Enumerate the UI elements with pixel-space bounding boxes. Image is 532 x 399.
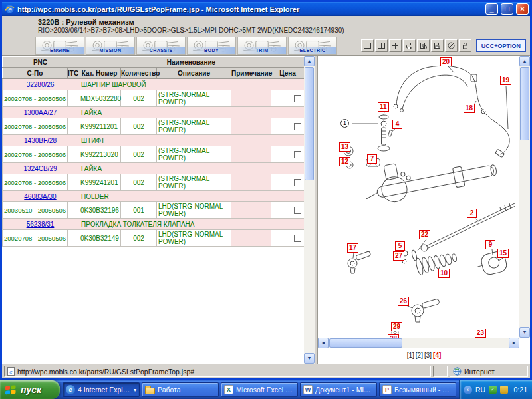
- tile-horizontal-button[interactable]: [361, 39, 374, 52]
- diagram-part-label-10[interactable]: 10: [438, 269, 450, 278]
- diagram-part-label-20[interactable]: 20: [440, 57, 452, 66]
- quantity-cell: 002: [121, 230, 157, 247]
- diagram-part-label-29[interactable]: 29: [391, 322, 402, 331]
- tab-chassis[interactable]: CHASSIS: [136, 37, 186, 55]
- tile-vertical-icon: [377, 41, 386, 50]
- scrollbar-thumb[interactable]: [329, 338, 402, 348]
- scroll-down-icon[interactable]: ▼: [519, 327, 530, 338]
- page-link-3[interactable]: [3]: [424, 352, 432, 359]
- diagram-part-label-23[interactable]: 23: [475, 329, 486, 338]
- block-button[interactable]: [445, 39, 458, 52]
- tray-status-icon[interactable]: ✓: [489, 386, 497, 394]
- start-button[interactable]: пуск: [0, 380, 60, 399]
- part-group-row: 46083A/30HOLDER: [3, 191, 305, 202]
- part-name: ШАРНИР ШАРОВОЙ: [78, 79, 305, 90]
- pnc-link[interactable]: 56238/31: [27, 221, 55, 228]
- print-button[interactable]: [403, 39, 416, 52]
- status-zone-cell: Интернет: [450, 366, 528, 377]
- diagram-part-label-12[interactable]: 12: [339, 157, 350, 166]
- language-indicator[interactable]: RU: [475, 386, 485, 394]
- col-header-desc: Описание: [157, 68, 231, 79]
- diagram-part-label-27[interactable]: 27: [393, 251, 404, 261]
- taskbar-button-5[interactable]: PБезымянный - Paint: [379, 382, 456, 397]
- paint-icon: P: [382, 385, 392, 394]
- diagram-part-label-2[interactable]: 2: [467, 209, 477, 218]
- diagram-part-label-5[interactable]: 5: [395, 241, 405, 251]
- diagram-part-label-13[interactable]: 13: [339, 142, 350, 152]
- scroll-up-icon[interactable]: ▲: [304, 56, 315, 66]
- tab-engine[interactable]: ENGINE: [35, 37, 84, 55]
- tile-vertical-button[interactable]: [375, 39, 388, 52]
- taskbar-button-label: Безымянный - Paint: [394, 386, 453, 394]
- main-area: PNC Наименование С-По ITC Кат. Номер Кол…: [2, 56, 530, 364]
- diagram-part-label-9[interactable]: 9: [485, 240, 495, 249]
- taskbar-button-label: 4 Internet Explorer: [78, 386, 131, 394]
- scroll-right-icon[interactable]: ►: [509, 338, 519, 348]
- name-group-header: Наименование: [78, 57, 305, 68]
- windows-logo-icon: [5, 384, 17, 395]
- expand-button[interactable]: [389, 39, 402, 52]
- hide-tray-icons-icon[interactable]: ‹: [464, 386, 472, 394]
- save-button[interactable]: [431, 39, 444, 52]
- pnc-link[interactable]: 1300AA/27: [24, 109, 57, 116]
- parts-list-scrollbar[interactable]: ▲ ▼: [304, 56, 315, 364]
- scroll-left-icon[interactable]: ◄: [318, 338, 329, 348]
- scroll-down-icon[interactable]: ▼: [304, 353, 315, 364]
- select-part-checkbox[interactable]: [294, 235, 301, 242]
- tab-mission[interactable]: MISSION: [86, 37, 135, 55]
- table-column-header-row: С-По ITC Кат. Номер Количество Описание …: [3, 68, 305, 79]
- page-link-1[interactable]: [1]: [407, 352, 414, 359]
- pnc-link[interactable]: 32280/26: [27, 81, 55, 88]
- taskbar-button-label: Microsoft Excel - service: [236, 386, 295, 394]
- diagram-part-label-19[interactable]: 19: [500, 76, 511, 85]
- page-header: 3220В : Рулевой механизм RIO>2003/06/14>…: [2, 16, 530, 36]
- pnc-link[interactable]: 46083A/30: [24, 193, 56, 200]
- scroll-up-icon[interactable]: ▲: [519, 56, 530, 66]
- page-link-2[interactable]: [2]: [416, 352, 423, 359]
- taskbar-button-2[interactable]: Работа: [142, 382, 219, 397]
- lock-button[interactable]: [459, 39, 471, 52]
- diagram-vscrollbar[interactable]: ▲ ▼: [519, 56, 530, 338]
- tab-body[interactable]: BODY: [187, 37, 236, 55]
- select-part-checkbox[interactable]: [294, 207, 301, 214]
- diagram-part-label-11[interactable]: 11: [378, 102, 389, 112]
- taskbar-button-4[interactable]: WДокумент1 - Microso...: [300, 382, 377, 397]
- category-tabs: ENGINEMISSIONCHASSISBODYTRIMELECTRIC: [35, 37, 337, 55]
- select-part-checkbox[interactable]: [294, 95, 301, 102]
- price-cell: [271, 90, 305, 107]
- select-part-checkbox[interactable]: [294, 151, 301, 158]
- ucc-option-button[interactable]: UCC+OPTION: [476, 39, 526, 52]
- tile-horizontal-icon: [363, 41, 372, 50]
- taskbar-button-1[interactable]: e4 Internet Explorer▾: [63, 382, 140, 397]
- pnc-link[interactable]: 1324CB/29: [23, 165, 57, 172]
- pnc-link[interactable]: 1430BF/28: [24, 137, 57, 144]
- tray-status-icon[interactable]: [500, 386, 508, 394]
- minimize-button[interactable]: _: [485, 3, 498, 15]
- itc-cell: [68, 146, 78, 163]
- diagram-part-label-22[interactable]: 22: [419, 230, 430, 239]
- page-link-4[interactable]: [4]: [433, 352, 441, 359]
- close-button[interactable]: ×: [516, 3, 529, 15]
- col-header-period: С-По: [3, 68, 68, 79]
- print-preview-button[interactable]: [417, 39, 430, 52]
- diagram-part-label-26[interactable]: 26: [398, 297, 409, 306]
- select-part-checkbox[interactable]: [294, 123, 301, 130]
- part-number-cell: 0K30B32196: [78, 202, 121, 219]
- diagram-part-label-17[interactable]: 17: [347, 243, 358, 253]
- diagram-part-label-7[interactable]: 7: [367, 154, 377, 164]
- taskbar-button-label: Документ1 - Microso...: [315, 386, 374, 394]
- diagram-part-label-4[interactable]: 4: [392, 120, 402, 129]
- tab-trim[interactable]: TRIM: [237, 37, 287, 55]
- taskbar-button-3[interactable]: XMicrosoft Excel - service: [221, 382, 298, 397]
- select-part-checkbox[interactable]: [294, 179, 301, 186]
- part-detail-row: 20020708 - 20050506K992213020002(STRG-NO…: [3, 146, 305, 163]
- tab-electric[interactable]: ELECTRIC: [288, 37, 337, 55]
- maximize-button[interactable]: □: [501, 3, 513, 15]
- diagram-part-label-18[interactable]: 18: [464, 104, 475, 113]
- start-label: пуск: [21, 384, 41, 395]
- diagram-part-label-15[interactable]: 15: [497, 249, 509, 258]
- part-number-cell: K999241201: [78, 174, 121, 191]
- scrollbar-thumb[interactable]: [305, 67, 314, 180]
- diagram-hscrollbar[interactable]: ◄ ►: [318, 338, 519, 348]
- scrollbar-thumb[interactable]: [520, 67, 529, 140]
